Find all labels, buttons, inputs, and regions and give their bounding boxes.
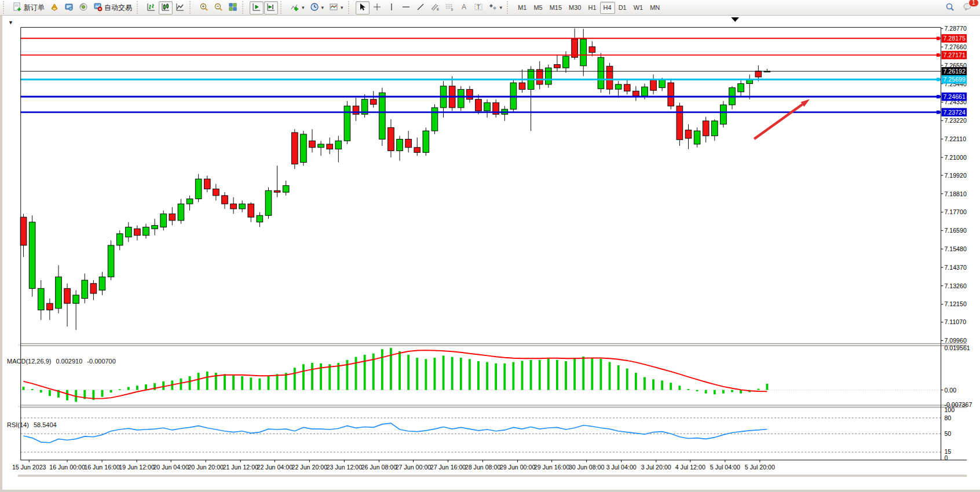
macd-name: MACD(12,26,9) xyxy=(7,358,51,365)
chart-canvas[interactable]: 7.287707.276607.265507.254407.243307.232… xyxy=(2,16,980,492)
autotrading-button[interactable]: 自动交易 xyxy=(91,1,134,14)
arrows-button[interactable]: ▾ xyxy=(486,1,505,14)
indicators-button[interactable]: ▾ xyxy=(288,1,307,14)
zoom-in-button[interactable] xyxy=(197,1,211,14)
macd-histogram-bar xyxy=(477,361,480,390)
macd-histogram-bar xyxy=(31,389,34,390)
macd-histogram-bar xyxy=(311,363,313,390)
bear-candle xyxy=(134,229,141,235)
templates-button[interactable]: ▾ xyxy=(327,1,346,14)
bear-candle xyxy=(204,179,210,189)
price-axis-label: 7.19920 xyxy=(944,172,967,179)
price-tag-label: 7.24661 xyxy=(943,93,966,100)
timeframe-w1[interactable]: W1 xyxy=(630,2,647,14)
bull-candle xyxy=(56,277,62,308)
signals-icon xyxy=(79,2,88,13)
time-axis-label: 4 Jul 12:00 xyxy=(675,464,705,471)
bear-candle xyxy=(388,127,394,150)
bear-candle xyxy=(703,121,709,136)
timeframe-m1[interactable]: M1 xyxy=(514,2,530,14)
autotrading-icon xyxy=(93,2,103,13)
bull-candle xyxy=(694,131,700,144)
bull-candle xyxy=(283,186,289,192)
macd-histogram-bar xyxy=(521,361,524,390)
macd-histogram-bar xyxy=(451,357,454,390)
toolbar-separator xyxy=(242,1,247,14)
auto-scroll-icon xyxy=(252,2,261,13)
macd-histogram-bar xyxy=(714,390,716,394)
timeframe-h1[interactable]: H1 xyxy=(585,2,600,14)
text-button[interactable]: A xyxy=(457,1,471,14)
macd-histogram-bar xyxy=(530,360,532,390)
price-tag-label: 7.26192 xyxy=(943,68,966,75)
timeframe-m5[interactable]: M5 xyxy=(530,2,546,14)
auto-scroll-button[interactable] xyxy=(250,1,264,14)
notifications-button[interactable]: 1 xyxy=(960,1,975,14)
fibonacci-button[interactable]: F xyxy=(443,1,456,14)
chevron-down-icon: ▾ xyxy=(321,5,324,10)
time-axis-label: 22 Jun 20:00 xyxy=(292,464,328,471)
bear-candle xyxy=(291,133,298,164)
chevron-down-icon: ▾ xyxy=(500,5,503,10)
bull-candle xyxy=(143,227,149,235)
timeframe-d1[interactable]: D1 xyxy=(615,2,630,14)
macd-histogram-bar xyxy=(705,390,707,394)
macd-histogram-bar xyxy=(110,390,112,392)
time-axis-label: 20 Jun 04:00 xyxy=(153,464,189,471)
time-axis-label: 29 Jun 16:00 xyxy=(534,464,570,471)
terminal-button[interactable] xyxy=(62,1,76,14)
chart-shift-icon xyxy=(266,2,276,13)
signals-button[interactable] xyxy=(76,1,90,14)
bear-candle xyxy=(677,106,683,139)
bull-candle xyxy=(116,234,123,245)
periods-button[interactable]: ▾ xyxy=(308,1,327,14)
time-axis-label: 27 Jun 00:00 xyxy=(396,464,432,471)
bear-candle xyxy=(327,144,333,149)
timeframe-m15[interactable]: M15 xyxy=(546,2,565,14)
macd-histogram-bar xyxy=(416,358,418,390)
metaeditor-button[interactable] xyxy=(47,1,61,14)
text-label-button[interactable]: T xyxy=(471,1,485,14)
macd-histogram-bar xyxy=(617,365,620,390)
macd-histogram-bar xyxy=(119,389,121,390)
timeframe-mn[interactable]: MN xyxy=(646,2,663,14)
timeframe-m30[interactable]: M30 xyxy=(565,2,584,14)
bear-candle xyxy=(536,69,543,85)
bear-candle xyxy=(685,130,692,138)
macd-histogram-bar xyxy=(268,376,270,390)
tile-windows-button[interactable] xyxy=(226,1,240,14)
macd-histogram-bar xyxy=(337,363,339,390)
horizontal-line-button[interactable] xyxy=(399,1,413,14)
cursor-button[interactable] xyxy=(356,1,370,14)
bull-candle xyxy=(99,277,105,290)
zoom-out-button[interactable] xyxy=(211,1,225,14)
macd-histogram-bar xyxy=(503,364,506,390)
price-axis-label: 7.12150 xyxy=(944,300,967,307)
bull-candle xyxy=(397,139,403,150)
candlestick-chart-icon xyxy=(161,2,170,13)
time-axis-label: 16 Jun 16:00 xyxy=(84,464,120,471)
bar-chart-button[interactable] xyxy=(144,1,158,14)
time-axis-label: 30 Jun 08:00 xyxy=(569,464,605,471)
price-tag-label: 7.25699 xyxy=(943,76,966,83)
chart-shift-button[interactable] xyxy=(264,1,278,14)
bear-candle xyxy=(370,100,376,105)
equidistant-channel-icon: E xyxy=(430,2,440,13)
trendline-button[interactable] xyxy=(414,1,427,14)
equidistant-channel-button[interactable]: E xyxy=(428,1,442,14)
crosshair-button[interactable] xyxy=(370,1,384,14)
bear-candle xyxy=(222,196,228,204)
line-chart-button[interactable] xyxy=(173,1,187,14)
macd-histogram-bar xyxy=(49,390,51,396)
candlestick-chart-button[interactable] xyxy=(159,1,173,14)
bull-candle xyxy=(82,280,88,299)
macd-histogram-bar xyxy=(162,381,164,390)
price-axis-label: 7.18810 xyxy=(944,190,967,197)
bear-candle xyxy=(90,284,97,293)
bear-candle xyxy=(20,217,27,245)
new-order-button[interactable]: 新订单 xyxy=(10,1,47,14)
macd-histogram-bar xyxy=(66,390,68,401)
timeframe-h4[interactable]: H4 xyxy=(600,2,615,14)
search-button[interactable] xyxy=(943,1,957,14)
vertical-line-button[interactable] xyxy=(385,1,398,14)
